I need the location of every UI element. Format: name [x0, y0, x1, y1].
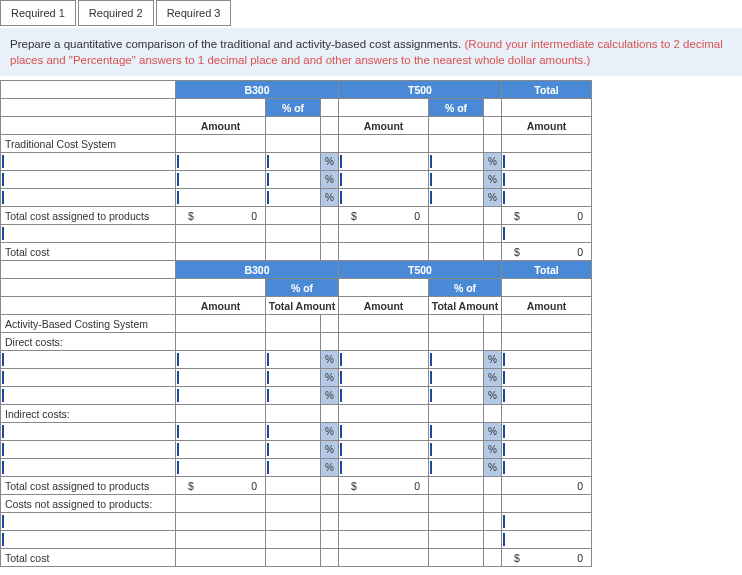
trad-row-t500-amt[interactable]: [339, 189, 429, 207]
indirect-b300-amt[interactable]: [176, 459, 266, 477]
direct-b300-amt[interactable]: [176, 387, 266, 405]
label-indirect: Indirect costs:: [1, 405, 176, 423]
trad-row-t500-amt[interactable]: [339, 171, 429, 189]
blank: [484, 531, 502, 549]
indirect-b300-pct[interactable]: [266, 441, 321, 459]
indirect-t500-pct[interactable]: [429, 459, 484, 477]
trad-extra-label[interactable]: [1, 225, 176, 243]
direct-b300-pct[interactable]: [266, 369, 321, 387]
indirect-b300-amt[interactable]: [176, 423, 266, 441]
blank: [429, 225, 484, 243]
direct-row-label[interactable]: [1, 387, 176, 405]
direct-row-label[interactable]: [1, 351, 176, 369]
notassigned-row-label[interactable]: [1, 513, 176, 531]
indirect-t500-amt[interactable]: [339, 441, 429, 459]
blank: [429, 405, 484, 423]
blank: [339, 495, 429, 513]
blank: [484, 495, 502, 513]
notassigned-total[interactable]: [502, 531, 592, 549]
tab-required-1[interactable]: Required 1: [0, 0, 76, 26]
indirect-t500-pct[interactable]: [429, 441, 484, 459]
trad-row-label[interactable]: [1, 153, 176, 171]
direct-t500-pct[interactable]: [429, 387, 484, 405]
trad-row-total[interactable]: [502, 171, 592, 189]
trad-row-b300-pct[interactable]: [266, 171, 321, 189]
trad-row-label[interactable]: [1, 171, 176, 189]
direct-b300-amt[interactable]: [176, 351, 266, 369]
pct-symbol: %: [484, 351, 502, 369]
indirect-b300-pct[interactable]: [266, 423, 321, 441]
indirect-b300-pct[interactable]: [266, 459, 321, 477]
blank: [176, 99, 266, 117]
trad-row-label[interactable]: [1, 189, 176, 207]
blank: [429, 207, 484, 225]
indirect-row-label[interactable]: [1, 459, 176, 477]
blank: [429, 495, 484, 513]
abc-assigned-t500: $0: [339, 477, 429, 495]
abc-assigned-b300: $0: [176, 477, 266, 495]
direct-row-label[interactable]: [1, 369, 176, 387]
trad-row-b300-amt[interactable]: [176, 189, 266, 207]
hdr-amount-t500: Amount: [339, 117, 429, 135]
direct-t500-pct[interactable]: [429, 351, 484, 369]
trad-row-t500-pct[interactable]: [429, 171, 484, 189]
blank: [1, 117, 176, 135]
blank: [429, 333, 484, 351]
trad-row-total[interactable]: [502, 153, 592, 171]
hdr-amount-total-2: Amount: [502, 297, 592, 315]
notassigned-total[interactable]: [502, 513, 592, 531]
blank: [266, 333, 321, 351]
label-traditional: Traditional Cost System: [1, 135, 176, 153]
blank: [321, 333, 339, 351]
blank: [339, 405, 429, 423]
blank: [339, 135, 429, 153]
indirect-t500-amt[interactable]: [339, 423, 429, 441]
direct-b300-amt[interactable]: [176, 369, 266, 387]
direct-b300-pct[interactable]: [266, 351, 321, 369]
indirect-row-label[interactable]: [1, 441, 176, 459]
indirect-t500-amt[interactable]: [339, 459, 429, 477]
blank: [266, 477, 321, 495]
indirect-b300-amt[interactable]: [176, 441, 266, 459]
tab-required-3[interactable]: Required 3: [156, 0, 232, 26]
trad-extra-total[interactable]: [502, 225, 592, 243]
blank: [484, 513, 502, 531]
blank: [484, 477, 502, 495]
trad-row-b300-pct[interactable]: [266, 153, 321, 171]
direct-total[interactable]: [502, 387, 592, 405]
abc-assigned-total: 0: [502, 477, 592, 495]
trad-row-t500-pct[interactable]: [429, 189, 484, 207]
blank: [321, 495, 339, 513]
blank: [266, 495, 321, 513]
indirect-total[interactable]: [502, 459, 592, 477]
direct-t500-amt[interactable]: [339, 387, 429, 405]
indirect-total[interactable]: [502, 441, 592, 459]
trad-assigned-t500: $0: [339, 207, 429, 225]
trad-row-b300-amt[interactable]: [176, 171, 266, 189]
hdr-pctof-t500-2: % of: [429, 279, 502, 297]
blank: [484, 207, 502, 225]
direct-b300-pct[interactable]: [266, 387, 321, 405]
trad-row-t500-amt[interactable]: [339, 153, 429, 171]
tab-required-2[interactable]: Required 2: [78, 0, 154, 26]
direct-t500-pct[interactable]: [429, 369, 484, 387]
hdr-amount-b300-2: Amount: [176, 297, 266, 315]
blank: [484, 333, 502, 351]
direct-t500-amt[interactable]: [339, 369, 429, 387]
trad-row-b300-pct[interactable]: [266, 189, 321, 207]
notassigned-row-label[interactable]: [1, 531, 176, 549]
indirect-total[interactable]: [502, 423, 592, 441]
direct-total[interactable]: [502, 351, 592, 369]
blank: [502, 135, 592, 153]
pct-symbol: %: [321, 153, 339, 171]
indirect-t500-pct[interactable]: [429, 423, 484, 441]
blank: [429, 117, 484, 135]
direct-t500-amt[interactable]: [339, 351, 429, 369]
blank: [484, 99, 502, 117]
trad-row-t500-pct[interactable]: [429, 153, 484, 171]
trad-row-b300-amt[interactable]: [176, 153, 266, 171]
indirect-row-label[interactable]: [1, 423, 176, 441]
trad-row-total[interactable]: [502, 189, 592, 207]
direct-total[interactable]: [502, 369, 592, 387]
blank: [429, 513, 484, 531]
